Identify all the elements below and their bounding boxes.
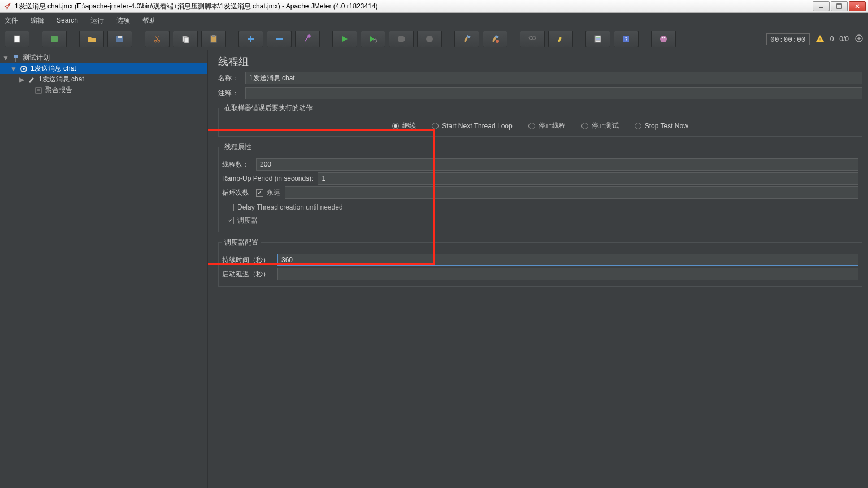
delay-checkbox[interactable] <box>227 204 234 211</box>
name-input[interactable] <box>245 72 862 84</box>
radio-stop-test[interactable]: 停止测试 <box>581 121 619 130</box>
window-titlebar: 1发送消息 chat.jmx (E:\apache-jmeter-4.0\bin… <box>0 0 868 13</box>
forever-label: 永远 <box>267 188 280 198</box>
svg-rect-7 <box>118 36 122 38</box>
function-helper-button[interactable] <box>585 30 610 47</box>
elapsed-timer: 00:00:00 <box>766 33 810 45</box>
ramp-label: Ramp-Up Period (in seconds): <box>222 175 313 182</box>
toggle-button[interactable] <box>295 30 320 47</box>
paste-button[interactable] <box>201 30 226 47</box>
shutdown-button[interactable] <box>417 30 442 47</box>
tree-sampler[interactable]: ▶ 1发送消息 chat <box>0 74 207 85</box>
start-button[interactable] <box>332 30 357 47</box>
minimize-button[interactable] <box>813 1 830 11</box>
jmeter-icon <box>3 2 11 10</box>
thread-props-legend: 线程属性 <box>222 142 254 152</box>
report-icon <box>34 86 43 95</box>
svg-point-27 <box>496 40 499 43</box>
radio-stop-thread[interactable]: 停止线程 <box>528 121 566 130</box>
menu-file[interactable]: 文件 <box>5 16 18 25</box>
menu-search[interactable]: Search <box>57 16 78 24</box>
radio-stop-now[interactable]: Stop Test Now <box>635 121 688 130</box>
comment-input[interactable] <box>245 87 862 99</box>
templates-button[interactable] <box>42 30 67 47</box>
tree-label: 聚合报告 <box>45 85 72 95</box>
startup-delay-input[interactable] <box>277 268 858 280</box>
warning-icon[interactable]: ! <box>815 34 824 45</box>
menu-edit[interactable]: 编辑 <box>31 16 44 25</box>
maximize-button[interactable] <box>831 1 848 11</box>
svg-point-38 <box>662 37 663 39</box>
error-action-group: 在取样器错误后要执行的动作 继续 Start Next Thread Loop … <box>218 103 862 137</box>
startup-delay-label: 启动延迟（秒） <box>222 269 273 279</box>
svg-rect-5 <box>51 36 58 42</box>
radio-continue[interactable]: 继续 <box>392 121 416 130</box>
expand-button[interactable] <box>238 30 263 47</box>
radio-start-next[interactable]: Start Next Thread Loop <box>432 121 513 130</box>
svg-marker-20 <box>342 36 348 42</box>
cut-button[interactable] <box>145 30 170 47</box>
search-tree-button[interactable] <box>520 30 545 47</box>
svg-rect-13 <box>184 37 189 43</box>
expand-icon[interactable]: ▶ <box>18 76 25 84</box>
expand-icon[interactable]: ▼ <box>2 54 9 62</box>
threads-label: 线程数： <box>222 160 251 169</box>
help-button[interactable]: ? <box>614 30 639 47</box>
svg-point-24 <box>426 36 433 42</box>
scheduler-config-legend: 调度器配置 <box>222 238 261 247</box>
svg-point-22 <box>374 39 377 42</box>
svg-text:!: ! <box>819 37 821 42</box>
svg-marker-23 <box>398 36 405 42</box>
tree-label: 测试计划 <box>23 53 50 63</box>
tree-label: 1发送消息 chat <box>31 64 76 73</box>
close-button[interactable] <box>849 1 866 11</box>
tree-report[interactable]: 聚合报告 <box>0 85 207 95</box>
sampler-icon <box>27 75 36 84</box>
reset-search-button[interactable] <box>548 30 573 47</box>
save-button[interactable] <box>107 30 132 47</box>
expand-icon[interactable]: ▼ <box>10 65 17 73</box>
clear-all-button[interactable] <box>483 30 507 47</box>
duration-label: 持续时间（秒） <box>222 255 273 265</box>
scheduler-checkbox[interactable] <box>227 217 234 224</box>
scheduler-label: 调度器 <box>237 216 258 225</box>
gear-icon <box>19 64 28 73</box>
forever-checkbox[interactable] <box>256 189 263 197</box>
svg-rect-49 <box>36 88 41 93</box>
open-button[interactable] <box>79 30 104 47</box>
stop-button[interactable] <box>389 30 414 47</box>
error-action-legend: 在取样器错误后要执行的动作 <box>222 103 315 113</box>
loop-label: 循环次数 <box>222 188 251 198</box>
tree-root[interactable]: ▼ 测试计划 <box>0 53 207 63</box>
menu-options[interactable]: 选项 <box>116 16 130 25</box>
window-title: 1发送消息 chat.jmx (E:\apache-jmeter-4.0\bin… <box>15 2 813 11</box>
test-tree[interactable]: ▼ 测试计划 ▼ 1发送消息 chat ▶ 1发送消息 chat 聚合报告 <box>0 50 208 488</box>
loop-input[interactable] <box>285 186 858 199</box>
panel-title: 线程组 <box>218 55 862 68</box>
themes-button[interactable] <box>651 30 676 47</box>
new-button[interactable] <box>5 30 29 47</box>
menubar: 文件 编辑 Search 运行 选项 帮助 <box>0 13 868 28</box>
start-no-timers-button[interactable] <box>361 30 385 47</box>
tree-label: 1发送消息 chat <box>38 75 84 84</box>
threads-input[interactable] <box>256 158 858 171</box>
copy-button[interactable] <box>173 30 198 47</box>
menu-help[interactable]: 帮助 <box>142 16 156 25</box>
thread-props-group: 线程属性 线程数： Ramp-Up Period (in seconds): 循… <box>218 142 862 232</box>
collapse-button[interactable] <box>267 30 292 47</box>
svg-point-48 <box>23 68 25 70</box>
ramp-input[interactable] <box>318 172 858 185</box>
svg-rect-4 <box>14 36 20 42</box>
main-split: ▼ 测试计划 ▼ 1发送消息 chat ▶ 1发送消息 chat 聚合报告 线程… <box>0 50 868 488</box>
active-threads: 0/0 <box>839 35 849 43</box>
delay-label: Delay Thread creation until needed <box>237 203 343 211</box>
tree-threadgroup[interactable]: ▼ 1发送消息 chat <box>0 63 207 74</box>
collapse-panel-icon[interactable] <box>854 34 863 45</box>
duration-input[interactable] <box>277 254 858 266</box>
svg-text:?: ? <box>624 36 627 42</box>
svg-point-39 <box>664 37 666 39</box>
clear-button[interactable] <box>454 30 479 47</box>
warning-count: 0 <box>830 35 834 43</box>
scheduler-config-group: 调度器配置 持续时间（秒） 启动延迟（秒） <box>218 238 862 287</box>
menu-run[interactable]: 运行 <box>90 16 104 25</box>
